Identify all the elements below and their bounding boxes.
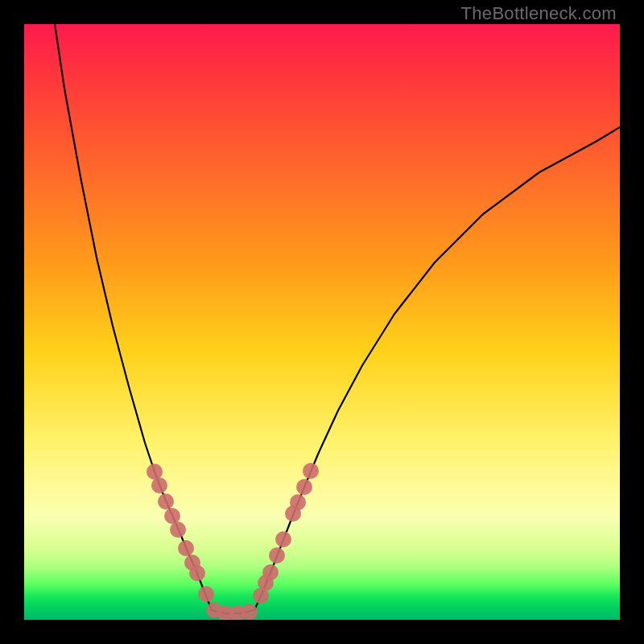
watermark-text: TheBottleneck.com [461,3,617,24]
curve-marker [275,531,291,547]
curve-marker [147,464,163,480]
curve-marker [158,493,174,510]
curve-marker [290,494,306,510]
curve-marker [189,565,205,581]
chart-svg [24,24,620,620]
marker-group [147,463,319,620]
curve-marker [170,522,186,538]
curve-marker [296,479,312,495]
curve-marker [269,547,285,564]
curve-marker [198,586,214,602]
curve-marker [151,477,167,493]
curve-marker [242,604,258,620]
curve-marker [262,564,279,580]
curve-marker [303,463,319,479]
plot-area [24,24,620,620]
bottleneck-curve [55,24,620,613]
curve-marker [178,540,194,556]
